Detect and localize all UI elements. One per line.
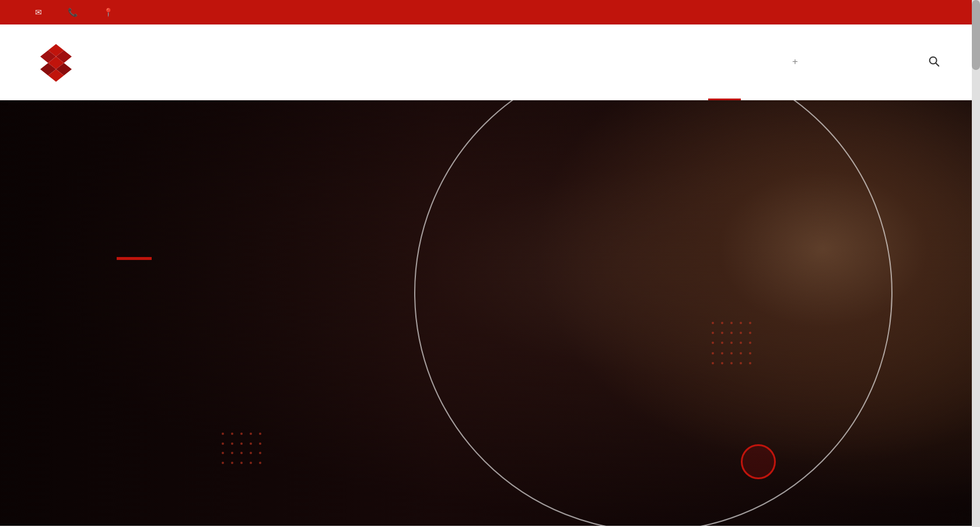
top-bar-contacts: ✉ 📞 📍: [35, 8, 924, 17]
nav-faqs[interactable]: [814, 24, 847, 100]
hero-dots-left: const dotsLeft = document.querySelector(…: [222, 433, 268, 468]
logo-icon: [35, 41, 77, 83]
phone-icon: 📞: [68, 8, 78, 17]
hero-dots-right: const dotsContainer = document.querySele…: [712, 322, 758, 368]
location-contact: 📍: [103, 8, 118, 17]
hero-red-bar: [117, 257, 152, 260]
nav-about[interactable]: [741, 24, 774, 100]
nav-home[interactable]: [708, 24, 741, 100]
phone-contact: 📞: [68, 8, 82, 17]
svg-line-8: [936, 63, 939, 66]
logo[interactable]: [35, 41, 84, 83]
email-icon: ✉: [35, 8, 42, 17]
hero-content: [117, 257, 152, 369]
nav-news-media[interactable]: [847, 24, 880, 100]
hero-title: [117, 283, 152, 369]
email-contact: ✉: [35, 8, 47, 17]
scrollbar[interactable]: [972, 0, 980, 526]
header: +: [0, 24, 980, 100]
location-icon: 📍: [103, 8, 113, 17]
main-nav: +: [708, 24, 945, 100]
search-icon[interactable]: [923, 50, 945, 75]
hero-circle-indicator: [741, 444, 776, 479]
nav-services[interactable]: +: [774, 24, 814, 100]
nav-contact-us[interactable]: [880, 24, 912, 100]
top-bar: ✉ 📞 📍: [0, 0, 980, 24]
services-plus-icon: +: [792, 56, 798, 68]
scrollbar-thumb[interactable]: [972, 0, 980, 70]
hero-arc-decoration: [414, 100, 892, 526]
hero-section: const dotsContainer = document.querySele…: [0, 100, 980, 526]
